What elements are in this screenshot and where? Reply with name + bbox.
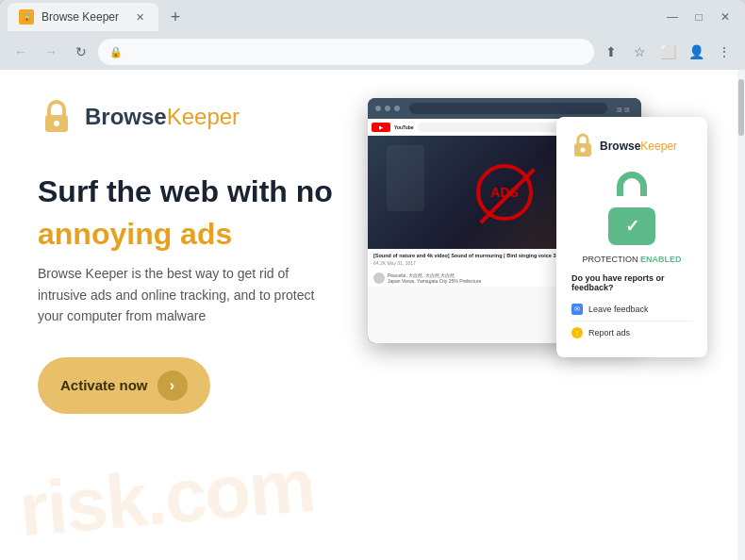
webpage-content: risk.com BrowseKeeper <box>0 70 745 560</box>
logo-text: BrowseKeeper <box>85 104 240 130</box>
minimize-button[interactable]: — <box>660 5 685 29</box>
share-icon[interactable]: ⬆ <box>598 39 624 65</box>
mockup-dot-1 <box>375 106 381 111</box>
activate-arrow-icon: › <box>157 371 188 401</box>
report-ads-icon: ! <box>571 327 583 338</box>
close-button[interactable]: ✕ <box>713 5 737 29</box>
popup-lock-icon <box>571 132 594 158</box>
bookmark-icon[interactable]: ☆ <box>626 39 653 65</box>
browser-window: 🔒 Browse Keeper ✕ + — □ ✕ ← → ↻ 🔒 ⬆ ☆ ⬜ … <box>0 0 745 560</box>
profile-icon[interactable]: 👤 <box>683 39 709 65</box>
scrollbar-thumb[interactable] <box>738 79 744 136</box>
title-bar: 🔒 Browse Keeper ✕ + — □ ✕ <box>0 0 745 34</box>
ads-slash-icon <box>479 168 535 223</box>
mockup-urlbar <box>409 103 607 114</box>
active-tab[interactable]: 🔒 Browse Keeper ✕ <box>8 3 158 31</box>
channel-sub: Japan Views, Yamagata City 25% Prefectur… <box>388 278 481 284</box>
activate-button[interactable]: Activate now › <box>38 357 210 414</box>
url-bar[interactable]: 🔒 <box>98 39 594 65</box>
tab-close-button[interactable]: ✕ <box>132 9 147 25</box>
popup-keeper: Keeper <box>640 140 677 153</box>
window-action-buttons: — □ ✕ <box>660 5 737 29</box>
hero-headline-line1: Surf the web with no <box>38 173 349 209</box>
menu-icon[interactable]: ⋮ <box>711 39 737 65</box>
tab-title: Browse Keeper <box>41 10 124 24</box>
popup-logo-row: BrowseKeeper <box>571 132 692 158</box>
mockup-topbar: ▥ ▥ <box>368 98 641 119</box>
forward-button[interactable]: → <box>38 39 64 65</box>
logo: BrowseKeeper <box>38 98 349 136</box>
tab-favicon: 🔒 <box>19 9 34 25</box>
divider <box>571 321 692 321</box>
protection-status: ENABLED <box>640 255 682 264</box>
ads-blocked-icon: ADS <box>476 164 533 221</box>
youtube-logo: ▶ <box>372 123 390 132</box>
lock-icon: 🔒 <box>109 46 121 58</box>
channel-avatar <box>373 272 385 284</box>
hero-description: Browse Keeper is the best way to get rid… <box>38 263 321 326</box>
channel-info: Peaceful, 大自然, 大自然 大自然 Japan Views, Yama… <box>388 272 481 284</box>
activate-button-label: Activate now <box>60 377 148 393</box>
feedback-question: Do you have reports or feedback? <box>571 273 692 292</box>
report-ads-label: Report ads <box>588 328 630 338</box>
protection-text: PROTECTION <box>582 255 637 264</box>
extension-popup: BrowseKeeper ✓ PROTECTION ENABLED <box>556 117 707 357</box>
new-tab-button[interactable]: + <box>162 4 189 30</box>
svg-point-1 <box>54 121 59 126</box>
logo-keeper: Keeper <box>167 104 240 129</box>
scrollbar[interactable] <box>737 70 745 560</box>
hero-left: BrowseKeeper Surf the web with no annoyi… <box>38 98 349 532</box>
svg-point-3 <box>581 148 586 153</box>
mockup-tabs: ▥ ▥ <box>617 106 630 112</box>
popup-logo-text: BrowseKeeper <box>600 137 677 154</box>
reload-button[interactable]: ↻ <box>68 39 94 65</box>
lock-check-icon: ✓ <box>625 216 639 237</box>
hero-right: ▥ ▥ ▶ YouTube <box>349 98 707 532</box>
popup-big-lock: ✓ <box>599 170 665 245</box>
mockup-dot-3 <box>394 106 400 111</box>
leave-feedback-icon: ✉ <box>571 304 583 315</box>
back-button[interactable]: ← <box>8 39 34 65</box>
hero-headline-line2: annoying ads <box>38 217 349 252</box>
lock-shackle <box>617 172 647 196</box>
logo-browse: Browse <box>85 104 167 129</box>
feedback-item-1[interactable]: ✉ Leave feedback <box>571 300 692 319</box>
mockup-dot-2 <box>385 106 390 111</box>
popup-browse: Browse <box>600 140 640 153</box>
tab-bar: 🔒 Browse Keeper ✕ + <box>8 0 660 34</box>
toolbar-icons: ⬆ ☆ ⬜ 👤 ⋮ <box>598 39 737 65</box>
logo-icon <box>38 98 75 136</box>
feedback-item-2[interactable]: ! Report ads <box>571 323 692 342</box>
hero-section: risk.com BrowseKeeper <box>0 70 745 560</box>
address-bar: ← → ↻ 🔒 ⬆ ☆ ⬜ 👤 ⋮ <box>0 34 745 70</box>
lock-body: ✓ <box>608 207 655 245</box>
leave-feedback-label: Leave feedback <box>588 305 649 314</box>
protection-label: PROTECTION ENABLED <box>571 255 692 264</box>
tab-switcher-icon[interactable]: ⬜ <box>654 39 681 65</box>
maximize-button[interactable]: □ <box>687 5 711 29</box>
